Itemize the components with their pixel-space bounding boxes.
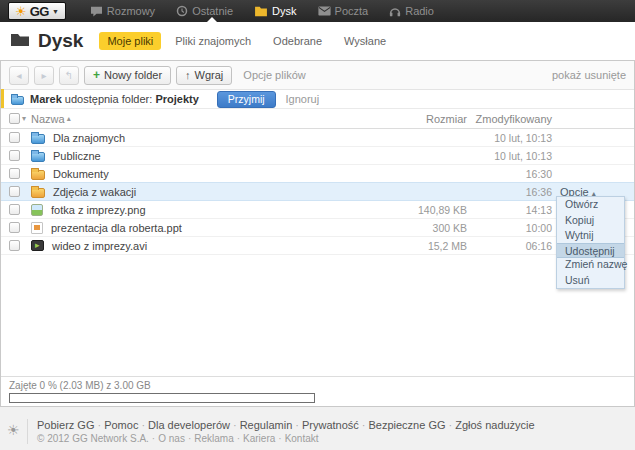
gg-logo-text: GG [30,4,49,19]
storage-usage-label: Zajęte 0 % (2.03 MB) z 3.00 GB [9,380,626,391]
column-header-name[interactable]: Nazwa ▴ [31,113,377,125]
footer-link-dla-developerow[interactable]: Dla developerów [148,419,230,431]
up-level-button[interactable]: ↰ [59,66,79,85]
new-folder-button[interactable]: + Nowy folder [84,66,171,85]
file-modified: 10:00 [467,222,552,234]
footer-link-kariera[interactable]: Kariera [243,433,275,444]
upload-label: Wgraj [195,69,224,81]
menu-item-usun[interactable]: Usuń [557,273,624,289]
show-deleted-link[interactable]: pokaż usunięte [552,69,626,81]
nav-label: Rozmowy [107,5,155,17]
footer-link-reklama[interactable]: Reklama [194,433,233,444]
upload-button[interactable]: ↑ Wgraj [176,66,232,85]
nav-item-poczta[interactable]: Poczta [318,5,369,17]
tab-moje-pliki[interactable]: Moje pliki [99,32,161,50]
column-header-modified[interactable]: Zmodyfikowany [467,113,552,125]
file-modified: 16:30 [467,168,552,180]
tab-odebrane[interactable]: Odebrane [265,32,330,50]
nav-item-ostatnie[interactable]: Ostatnie [176,5,233,17]
table-row[interactable]: Publiczne 10 lut, 10:13 [1,147,634,165]
footer-link-o-nas[interactable]: O nas [158,433,185,444]
table-row[interactable]: wideo z imprezy.avi 15,2 MB 06:16 [1,237,634,255]
file-modified: 06:16 [467,240,552,252]
column-header-size[interactable]: Rozmiar [377,113,467,125]
footer-link-kontakt[interactable]: Kontakt [285,433,319,444]
footer-link-bezpieczne-gg[interactable]: Bezpieczne GG [368,419,445,431]
table-row-selected[interactable]: Zdjęcia z wakacji 16:36 Opcje ▴ [1,182,634,201]
tab-wyslane[interactable]: Wysłane [336,32,394,50]
footer-link-regulamin[interactable]: Regulamin [240,419,293,431]
row-checkbox[interactable] [9,240,20,251]
row-checkbox[interactable] [9,168,20,179]
gg-sun-gray-icon: ☀ [7,419,25,444]
nav-label: Radio [405,5,434,17]
menu-item-otworz[interactable]: Otwórz [557,197,624,213]
file-name: Dokumenty [53,168,109,180]
menu-item-udostepnij[interactable]: Udostępnij [557,243,624,259]
page-title: Dysk [38,30,83,52]
gg-logo-menu[interactable]: ☀ GG ▼ [8,2,66,20]
table-row[interactable]: Dokumenty 16:30 [1,165,634,183]
footer-link-pobierz-gg[interactable]: Pobierz GG [37,419,94,431]
row-checkbox[interactable] [9,150,20,161]
row-checkbox[interactable] [9,186,20,197]
top-bar: ☀ GG ▼ Rozmowy Ostatnie Dysk Poczta Radi… [0,0,635,22]
shared-folder-icon [11,96,24,105]
table-row[interactable]: fotka z imprezy.png 140,89 KB 14:13 [1,201,634,219]
file-size: 300 KB [377,222,467,234]
nav-item-dysk[interactable]: Dysk [254,5,296,17]
folder-icon [31,170,45,180]
row-checkbox[interactable] [9,222,20,233]
nav-item-radio[interactable]: Radio [389,5,434,17]
chevron-down-icon: ▼ [52,8,59,15]
nav-item-rozmowy[interactable]: Rozmowy [90,5,155,17]
footer-link-zglos-naduzycie[interactable]: Zgłoś nadużycie [455,419,535,431]
shared-folder-icon [31,152,45,162]
nav-label: Ostatnie [192,5,233,17]
file-size: 140,89 KB [377,204,467,216]
toolbar: ◂ ▸ ↰ + Nowy folder ↑ Wgraj Opcje plików… [1,61,634,90]
presentation-file-icon [31,222,43,234]
menu-item-wytnij[interactable]: Wytnij [557,228,624,244]
notification-folder: Projekty [155,93,198,105]
file-list: Dla znajomych 10 lut, 10:13 Publiczne 10… [1,129,634,255]
table-row[interactable]: prezentacja dla roberta.ppt 300 KB 10:00 [1,219,634,237]
ignore-button[interactable]: Ignoruj [286,93,320,105]
back-button[interactable]: ◂ [9,66,29,85]
file-modified: 10 lut, 10:13 [467,150,552,162]
gg-sun-icon: ☀ [15,5,27,18]
mail-icon [318,6,331,16]
file-options-menu[interactable]: Opcje plików [243,69,305,81]
forward-button[interactable]: ▸ [34,66,54,85]
table-row[interactable]: Dla znajomych 10 lut, 10:13 [1,129,634,147]
file-name: prezentacja dla roberta.ppt [51,222,182,234]
disk-folder-icon [10,33,30,49]
menu-item-zmien-nazwe[interactable]: Zmień nazwę [557,257,624,273]
shared-folder-icon [31,134,45,144]
notification-message: udostępnia folder: [65,93,152,105]
file-name: Zdjęcia z wakacji [53,186,136,198]
options-context-menu: Otwórz Kopiuj Wytnij Udostępnij Zmień na… [556,196,625,289]
accept-button[interactable]: Przyjmij [217,91,276,108]
storage-usage-section: Zajęte 0 % (2.03 MB) z 3.00 GB [1,376,634,406]
tab-pliki-znajomych[interactable]: Pliki znajomych [167,32,259,50]
notification-user: Marek [30,93,62,105]
up-level-icon: ↰ [65,70,73,81]
footer-link-prywatnosc[interactable]: Prywatność [302,419,359,431]
forward-arrow-icon: ▸ [41,70,46,81]
file-manager-panel: ◂ ▸ ↰ + Nowy folder ↑ Wgraj Opcje plików… [0,60,635,407]
folder-icon [31,188,45,198]
headphones-icon [389,6,401,17]
back-arrow-icon: ◂ [16,70,21,81]
file-name: wideo z imprezy.avi [52,240,147,252]
row-checkbox[interactable] [9,132,20,143]
select-all-checkbox[interactable] [9,113,20,124]
folder-icon [254,6,268,17]
menu-item-kopiuj[interactable]: Kopiuj [557,213,624,229]
select-menu-caret-icon[interactable]: ▾ [22,114,26,123]
footer-link-pomoc[interactable]: Pomoc [104,419,138,431]
active-tab-pointer [207,17,217,22]
file-modified: 16:36 [467,186,552,198]
row-checkbox[interactable] [9,204,20,215]
video-file-icon [31,240,44,251]
